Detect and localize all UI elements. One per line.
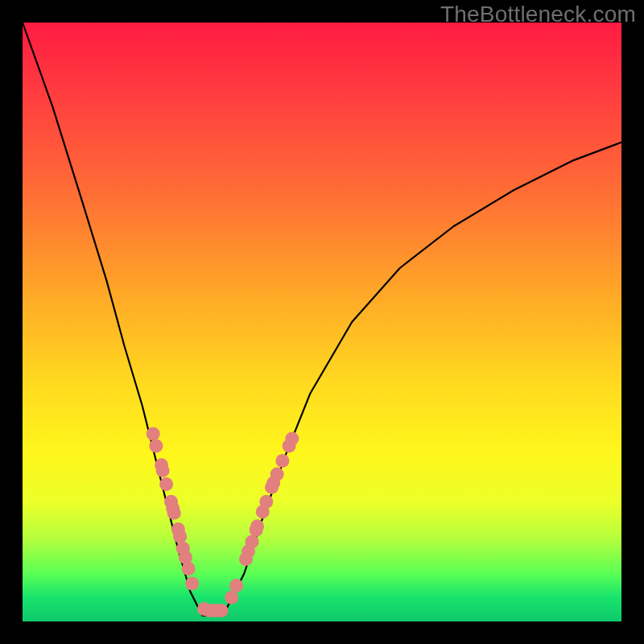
bottleneck-curve	[23, 23, 621, 616]
plot-area	[23, 23, 621, 621]
sample-point	[246, 535, 259, 549]
chart-svg	[23, 23, 621, 621]
sample-point	[156, 464, 170, 477]
chart-frame: TheBottleneck.com	[0, 0, 644, 644]
sample-point	[250, 519, 264, 533]
sample-point	[185, 577, 199, 591]
sample-point	[225, 591, 238, 605]
sample-point	[229, 579, 243, 592]
sample-point	[285, 432, 299, 446]
sample-point	[275, 454, 289, 468]
sample-point	[270, 468, 284, 481]
sample-point	[159, 477, 173, 491]
sample-point	[182, 562, 196, 576]
watermark-label: TheBottleneck.com	[440, 2, 636, 27]
sample-point	[147, 427, 160, 441]
sample-point	[167, 506, 181, 520]
sample-point	[149, 440, 163, 453]
sample-point	[259, 495, 273, 509]
sample-points-group	[147, 427, 299, 618]
sample-point	[215, 604, 229, 617]
sample-point	[173, 530, 187, 543]
